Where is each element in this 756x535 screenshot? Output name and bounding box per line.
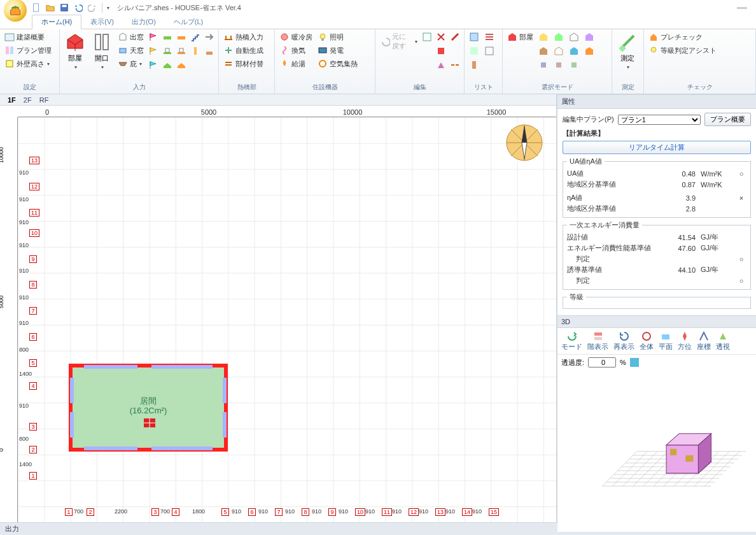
qat-customize-icon[interactable]: ▾ [107,5,109,11]
select-room-button[interactable]: 部屋 [505,31,535,43]
opening-button[interactable]: 開口▾ [89,31,115,71]
list-ico-4[interactable] [482,45,496,57]
3d-direction-button[interactable]: 方位 [678,331,692,352]
qat-save-icon[interactable] [59,2,70,13]
room-living[interactable]: 居間 (16.2Cm²) [69,364,228,452]
list-ico-1[interactable] [467,31,481,43]
eaves-button[interactable]: 庇▾ [116,57,146,70]
roof-green-icon[interactable] [161,59,174,71]
sel-ico-10[interactable] [552,59,566,71]
bridge-input-button[interactable]: 熱橋入力 [221,31,265,43]
floor-2f[interactable]: 2F [24,96,32,104]
svg-rect-11 [178,36,185,39]
auto-gen-button[interactable]: 自動生成 [221,44,265,57]
svg-rect-21 [319,48,326,53]
building-summary-button[interactable]: 建築概要 [3,31,53,43]
bay-window-button[interactable]: 出窓 [116,31,146,43]
floor-orange-icon[interactable] [175,45,188,57]
sel-ico-8[interactable] [582,45,596,57]
qat-new-icon[interactable] [31,2,42,13]
plan-summary-button[interactable]: プラン概要 [704,113,751,126]
tab-strip: ホーム(H) 表示(V) 出力(O) ヘルプ(L) [0,15,756,29]
ribbon-group-edit: 編集 [378,82,461,94]
3d-floor-button[interactable]: 階表示 [587,331,608,352]
edit-ico-4[interactable] [435,45,447,57]
skylight-button[interactable]: 天窓 [116,44,146,57]
precheck-button[interactable]: プレチェック [647,31,718,43]
sel-ico-6[interactable] [552,45,566,57]
qat-open-icon[interactable] [45,2,56,13]
lighting-button[interactable]: 照明 [316,31,360,43]
air-collect-button[interactable]: 空気集熱 [316,57,360,70]
qat-redo-icon[interactable] [87,2,98,13]
sel-ico-5[interactable] [536,45,550,57]
floor-rf[interactable]: RF [39,96,49,104]
canvas[interactable]: 0 5000 10000 15000 0 5000 10000 [0,106,556,522]
arrow-icon[interactable] [203,31,216,43]
tab-output[interactable]: 出力(O) [123,15,165,29]
edit-ico-1[interactable] [421,31,433,43]
ribbon-group-bridge: 熱橋部 [221,82,272,94]
list-ico-3[interactable] [467,45,481,57]
svg-rect-20 [321,39,324,41]
pit-icon[interactable] [203,45,216,57]
list-ico-5[interactable] [467,59,481,71]
power-gen-button[interactable]: 発電 [316,44,360,57]
tab-home[interactable]: ホーム(H) [32,15,81,29]
sel-ico-1[interactable] [536,31,550,43]
rank-assist-button[interactable]: 等級判定アシスト [647,44,718,57]
edit-ico-2[interactable] [435,31,447,43]
room-button[interactable]: 部屋▾ [62,31,88,71]
hotwater-button[interactable]: 給湯 [277,57,314,70]
edit-ico-3[interactable] [449,31,461,43]
replace-member-button[interactable]: 部材付替 [221,57,265,70]
heating-button[interactable]: 暖冷房 [277,31,314,43]
minimize-icon[interactable]: — [737,2,752,13]
qat-undo-icon[interactable] [73,2,84,13]
title-bar: ▾ シルバニア.shes - HOUSE-省エネ Ver.4 — [0,0,756,15]
sel-ico-9[interactable] [536,59,550,71]
wall-green-icon[interactable] [161,31,174,43]
transparency-input[interactable] [588,357,616,367]
wall-height-button[interactable]: 外壁高さ▾ [3,57,53,70]
measure-button[interactable]: 測定▾ [615,31,640,71]
flag-yellow-icon[interactable] [147,45,160,57]
plan-select[interactable]: プラン1 [618,115,701,125]
flag-cyan-icon[interactable] [147,59,160,71]
3d-coord-button[interactable]: 座標 [697,331,711,352]
3d-redisplay-button[interactable]: 再表示 [613,331,634,352]
sel-ico-3[interactable] [567,31,581,43]
svg-rect-13 [165,48,169,52]
tab-view[interactable]: 表示(V) [81,15,123,29]
sel-ico-2[interactable] [552,31,566,43]
sel-ico-7[interactable] [567,45,581,57]
3d-plan-button[interactable]: 平面 [659,331,673,352]
wall-orange-icon[interactable] [175,31,188,43]
sel-ico-4[interactable] [582,31,596,43]
3d-viewport[interactable] [557,370,756,532]
floor-green-icon[interactable] [161,45,174,57]
ventilation-button[interactable]: 換気 [277,44,314,57]
wall-vert-icon[interactable] [189,45,202,57]
plan-manage-button[interactable]: プラン管理 [3,44,53,57]
floor-1f[interactable]: 1F [8,96,16,104]
3d-all-button[interactable]: 全体 [640,331,654,352]
3d-mode-button[interactable]: モード [561,331,582,352]
flag-pink-icon[interactable] [147,31,160,43]
stairs-icon[interactable] [189,31,202,43]
sel-ico-11[interactable] [567,59,581,71]
edit-ico-5[interactable] [435,59,447,71]
ua-legend: UA値ηA値 [567,157,605,166]
svg-rect-10 [164,36,171,39]
3d-perspective-button[interactable]: 透視 [716,331,730,352]
realtime-calc-button[interactable]: リアルタイム計算 [563,141,751,154]
list-ico-2[interactable] [482,31,496,43]
transparency-color-icon[interactable] [630,358,639,367]
edit-ico-6[interactable] [449,59,461,71]
roof-orange-icon[interactable] [175,59,188,71]
3d-panel-title: 3D [557,315,756,328]
tab-help[interactable]: ヘルプ(L) [165,15,212,29]
svg-rect-3 [5,34,14,41]
undo-button[interactable]: 元に戻す▾ [378,31,419,52]
svg-rect-5 [10,46,13,54]
